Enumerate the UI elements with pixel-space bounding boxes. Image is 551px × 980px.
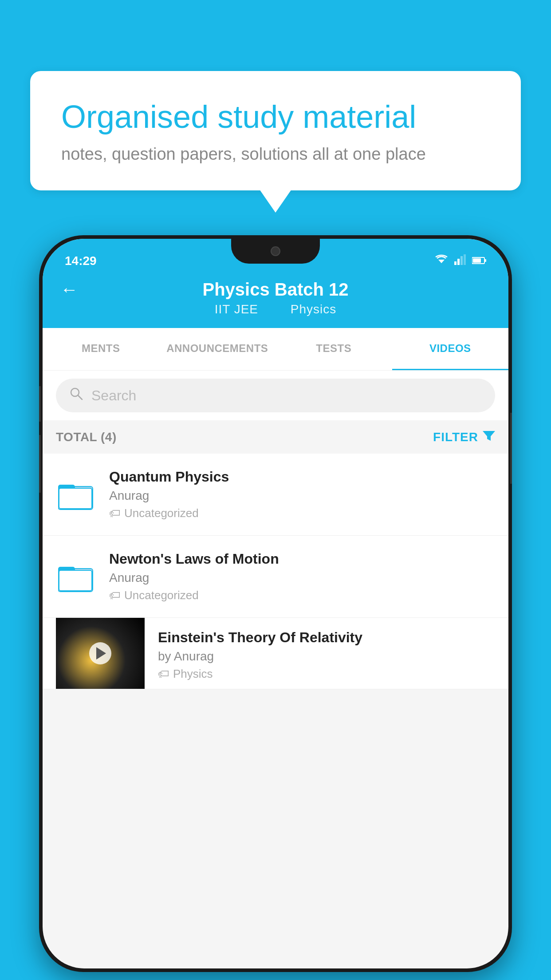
bubble-title: Organised study material	[61, 98, 490, 136]
tab-announcements-label: ANNOUNCEMENTS	[166, 342, 268, 354]
svg-marker-10	[483, 431, 495, 441]
bubble-subtitle: notes, question papers, solutions all at…	[61, 145, 490, 164]
search-container: Search	[43, 371, 508, 420]
speech-bubble-container: Organised study material notes, question…	[30, 71, 521, 190]
signal-icon	[454, 254, 466, 268]
tab-videos-label: VIDEOS	[429, 342, 471, 354]
battery-icon	[472, 255, 486, 267]
video-title: Quantum Physics	[109, 469, 495, 485]
tag-icon: 🏷	[158, 667, 169, 681]
video-title: Einstein's Theory Of Relativity	[158, 629, 495, 646]
wifi-icon	[435, 254, 448, 268]
subtitle-iitjee: IIT JEE	[215, 302, 258, 316]
tag-text: Uncategorized	[124, 589, 199, 602]
filter-button[interactable]: FILTER	[433, 429, 495, 445]
phone-notch	[231, 239, 320, 264]
list-item[interactable]: Einstein's Theory Of Relativity by Anura…	[43, 618, 508, 689]
tab-videos[interactable]: VIDEOS	[392, 328, 509, 370]
search-bar[interactable]: Search	[56, 379, 495, 412]
svg-rect-4	[464, 254, 466, 265]
folder-icon	[56, 474, 96, 514]
play-triangle-icon	[96, 647, 106, 660]
video-info: Einstein's Theory Of Relativity by Anura…	[158, 618, 495, 681]
front-camera	[271, 246, 280, 256]
list-item[interactable]: Quantum Physics Anurag 🏷 Uncategorized	[43, 454, 508, 536]
tag-text: Uncategorized	[124, 506, 199, 520]
svg-marker-0	[438, 260, 445, 263]
phone-volume-up-button	[39, 386, 41, 422]
search-placeholder: Search	[91, 387, 136, 404]
svg-rect-2	[457, 259, 460, 265]
speech-bubble: Organised study material notes, question…	[30, 71, 521, 190]
video-author: Anurag	[109, 489, 495, 503]
svg-rect-16	[59, 570, 92, 591]
tag-text: Physics	[173, 667, 213, 681]
total-count-label: TOTAL (4)	[56, 430, 117, 444]
header-row: ← Physics Batch 12	[60, 280, 491, 300]
back-button[interactable]: ←	[60, 280, 78, 300]
subtitle-physics: Physics	[291, 302, 336, 316]
svg-rect-3	[460, 256, 463, 265]
video-tag: 🏷 Physics	[158, 667, 495, 681]
phone-screen: 14:29	[43, 239, 508, 968]
svg-rect-13	[59, 488, 92, 509]
tag-icon: 🏷	[109, 506, 121, 520]
tab-announcements[interactable]: ANNOUNCEMENTS	[159, 328, 276, 370]
search-icon	[69, 387, 83, 404]
folder-icon	[56, 557, 96, 597]
list-item[interactable]: Newton's Laws of Motion Anurag 🏷 Uncateg…	[43, 536, 508, 618]
video-tag: 🏷 Uncategorized	[109, 506, 495, 520]
tag-icon: 🏷	[109, 589, 121, 602]
batch-title: Physics Batch 12	[202, 280, 348, 300]
svg-rect-1	[454, 261, 457, 265]
video-info: Quantum Physics Anurag 🏷 Uncategorized	[109, 469, 495, 520]
svg-line-9	[78, 395, 82, 399]
batch-subtitle: IIT JEE Physics	[208, 302, 344, 316]
video-author: by Anurag	[158, 649, 495, 664]
tab-ments[interactable]: MENTS	[43, 328, 159, 370]
tab-tests-label: TESTS	[316, 342, 351, 354]
status-icons	[435, 254, 486, 268]
status-time: 14:29	[65, 254, 97, 268]
video-tag: 🏷 Uncategorized	[109, 589, 495, 602]
phone-inner: 14:29	[43, 239, 508, 968]
filter-icon	[483, 429, 495, 445]
filter-row: TOTAL (4) FILTER	[43, 420, 508, 454]
video-title: Newton's Laws of Motion	[109, 551, 495, 567]
tabs-container: MENTS ANNOUNCEMENTS TESTS VIDEOS	[43, 328, 508, 371]
phone-power-button	[510, 413, 512, 484]
filter-label: FILTER	[433, 430, 478, 444]
play-button[interactable]	[89, 642, 111, 664]
app-header: ← Physics Batch 12 IIT JEE Physics	[43, 271, 508, 328]
video-author: Anurag	[109, 571, 495, 585]
video-list: Quantum Physics Anurag 🏷 Uncategorized	[43, 454, 508, 689]
video-info: Newton's Laws of Motion Anurag 🏷 Uncateg…	[109, 551, 495, 602]
svg-rect-7	[473, 258, 481, 263]
video-thumbnail	[56, 618, 145, 689]
phone-frame: 14:29	[39, 235, 512, 972]
tab-tests[interactable]: TESTS	[276, 328, 392, 370]
svg-rect-6	[485, 259, 486, 262]
phone-volume-down-button	[39, 435, 41, 493]
tab-ments-label: MENTS	[82, 342, 120, 354]
